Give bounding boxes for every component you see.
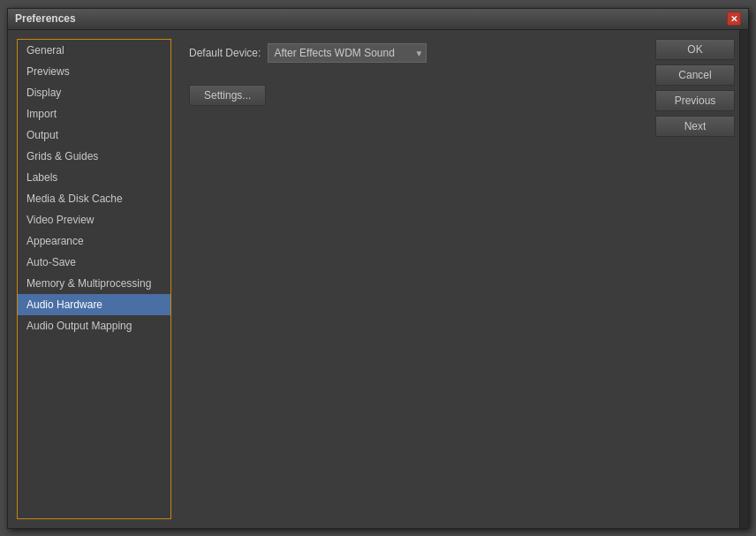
main-content: Default Device: After Effects WDM Sound … <box>180 30 651 528</box>
sidebar-item[interactable]: Memory & Multiprocessing <box>18 273 170 294</box>
title-bar: Preferences ✕ <box>8 9 748 30</box>
sidebar: GeneralPreviewsDisplayImportOutputGrids … <box>17 39 171 519</box>
previous-button[interactable]: Previous <box>655 90 735 111</box>
content-area: Default Device: After Effects WDM Sound … <box>189 43 642 519</box>
ok-button[interactable]: OK <box>655 39 735 60</box>
close-button[interactable]: ✕ <box>727 11 741 26</box>
dialog-title: Preferences <box>15 12 76 25</box>
sidebar-item[interactable]: General <box>18 40 170 61</box>
default-device-dropdown[interactable]: After Effects WDM Sound <box>268 43 427 63</box>
dropdown-wrapper: After Effects WDM Sound ▼ <box>268 43 427 63</box>
default-device-label: Default Device: <box>189 47 261 59</box>
sidebar-item[interactable]: Import <box>18 103 170 125</box>
sidebar-item[interactable]: Audio Hardware <box>18 294 170 315</box>
sidebar-item[interactable]: Auto-Save <box>18 252 170 273</box>
sidebar-item[interactable]: Labels <box>18 167 170 188</box>
sidebar-item[interactable]: Appearance <box>18 230 170 252</box>
sidebar-item[interactable]: Media & Disk Cache <box>18 188 170 209</box>
sidebar-item[interactable]: Grids & Guides <box>18 146 170 167</box>
next-button[interactable]: Next <box>655 116 735 137</box>
sidebar-item[interactable]: Audio Output Mapping <box>18 315 170 336</box>
dialog-body: GeneralPreviewsDisplayImportOutputGrids … <box>8 30 748 528</box>
settings-button[interactable]: Settings... <box>189 85 266 106</box>
sidebar-item[interactable]: Display <box>18 82 170 103</box>
scrollbar <box>739 30 748 528</box>
default-device-row: Default Device: After Effects WDM Sound … <box>189 43 642 63</box>
preferences-dialog: Preferences ✕ GeneralPreviewsDisplayImpo… <box>7 8 749 529</box>
sidebar-item[interactable]: Output <box>18 125 170 146</box>
right-buttons-panel: OK Cancel Previous Next <box>651 30 739 528</box>
sidebar-item[interactable]: Video Preview <box>18 209 170 230</box>
sidebar-item[interactable]: Previews <box>18 61 170 82</box>
cancel-button[interactable]: Cancel <box>655 64 735 86</box>
